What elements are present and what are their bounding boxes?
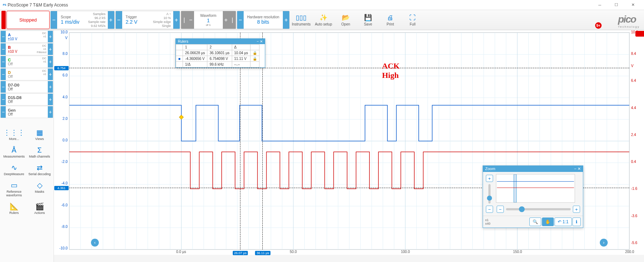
waveform-last-button[interactable]: | xyxy=(229,11,236,29)
save-button[interactable]: 💾 Save xyxy=(357,11,379,29)
close-button[interactable]: ✕ xyxy=(625,0,641,10)
channel-minus-button[interactable]: − xyxy=(1,81,6,93)
zoom-y-slider-thumb[interactable] xyxy=(487,196,492,201)
x-axis: 0.0 µs50.0100.0150.0200.0 xyxy=(69,250,630,255)
channel-plus-button[interactable]: + xyxy=(48,94,53,105)
svg-rect-63 xyxy=(514,174,517,202)
zoom-out-y-button[interactable]: − xyxy=(486,206,493,213)
ruler-time-lock-icon[interactable]: 🔒 xyxy=(250,50,259,56)
zoom-magnify-button[interactable]: 🔍 xyxy=(529,217,541,226)
maximize-button[interactable]: ☐ xyxy=(608,0,625,10)
channel-minus-button[interactable]: − xyxy=(1,56,6,67)
waveform-next-button[interactable]: + xyxy=(223,11,229,29)
left-sidebar: −A±10 VDCx1+−B±10 VDCx1Filtered+−COffDCx… xyxy=(0,30,54,262)
plot-area[interactable]: 6.754 4.361 26.07 µs 36.11 µs Rulers − ✕ xyxy=(69,32,630,250)
autosetup-button[interactable]: ✨ Auto setup xyxy=(313,11,334,29)
sidetool-more-[interactable]: ⋮⋮⋮More... xyxy=(1,126,27,143)
channel-list: −A±10 VDCx1+−B±10 VDCx1Filtered+−COffDCx… xyxy=(0,30,54,118)
zoom-in-y-button[interactable]: + xyxy=(486,175,493,182)
zoom-header[interactable]: Zoom − ✕ xyxy=(483,166,583,172)
waveform-first-button[interactable]: | xyxy=(181,11,188,29)
rulers-window[interactable]: Rulers − ✕ 1 2 Δ 26.06628 µs 36.10601 xyxy=(175,38,265,68)
waveform-control: | − Waveform 1 of 1 + | xyxy=(181,11,236,29)
zoom-reset-button[interactable]: ↶ 1:1 xyxy=(555,217,572,226)
sidetool-masks[interactable]: ◇Masks xyxy=(27,178,52,199)
run-stop-button[interactable]: Stopped xyxy=(6,11,50,29)
print-button[interactable]: 🖨 Print xyxy=(380,11,401,29)
channel-row-c[interactable]: −COffDCx1+ xyxy=(0,56,53,68)
channel-plus-button[interactable]: + xyxy=(48,106,53,118)
sidetool-serial-decoding[interactable]: ⇄Serial decoding xyxy=(27,161,52,178)
channel-row-d15-d8[interactable]: −D15-D8Off+ xyxy=(0,93,53,106)
channel-row-d7-d0[interactable]: −D7-D0Off+ xyxy=(0,81,53,93)
sidebar-tools: ⋮⋮⋮More...▦ViewsÅMeasurementsΣMath chann… xyxy=(0,123,54,220)
sidetool-views[interactable]: ▦Views xyxy=(27,126,52,143)
channel-minus-button[interactable]: − xyxy=(1,31,6,42)
sidetool-actions[interactable]: 🎬Actions xyxy=(27,200,52,217)
minimize-button[interactable]: ─ xyxy=(592,0,608,10)
channel-plus-button[interactable]: + xyxy=(48,69,53,80)
rulers-header-buttons: − ✕ xyxy=(257,39,263,43)
hwres-display[interactable]: Hardware resolution 8 bits xyxy=(244,11,283,29)
fullscreen-button[interactable]: ⛶ Full xyxy=(402,11,423,29)
scope-plus-button[interactable]: + xyxy=(108,11,114,29)
channel-minus-button[interactable]: − xyxy=(1,94,6,105)
sidetool-deepmeasure[interactable]: ∿DeepMeasure xyxy=(1,161,27,178)
hwres-plus-button[interactable]: + xyxy=(283,11,289,29)
channel-row-d[interactable]: −DOffDCx1+ xyxy=(0,68,53,80)
rulers-table: 1 2 Δ 26.06628 µs 36.10601 µs 10.04 µs 🔒… xyxy=(176,44,259,67)
trigger-plus-button[interactable]: + xyxy=(173,11,180,29)
scope-display[interactable]: Scope 1 ms/div xyxy=(57,11,86,29)
channel-body[interactable]: A±10 VDCx1 xyxy=(6,31,48,42)
notification-badge[interactable]: 9+ xyxy=(595,22,602,29)
zoom-minimize-icon[interactable]: − xyxy=(574,167,576,171)
channel-body[interactable]: D15-D8Off xyxy=(6,94,48,105)
channel-plus-button[interactable]: + xyxy=(48,56,53,67)
folder-open-icon: 📂 xyxy=(342,14,350,22)
channel-body[interactable]: B±10 VDCx1Filtered xyxy=(6,43,48,55)
scope-minus-button[interactable]: − xyxy=(51,11,57,29)
zoom-close-icon[interactable]: ✕ xyxy=(578,167,581,171)
trigger-display[interactable]: Trigger 2.2 V xyxy=(122,11,151,29)
horizontal-cursor-1[interactable]: 6.754 xyxy=(69,68,629,68)
zoom-minimap[interactable] xyxy=(496,174,575,203)
channel-plus-button[interactable]: + xyxy=(48,81,53,93)
trigger-minus-button[interactable]: − xyxy=(116,11,122,29)
zoom-x-slider-thumb[interactable] xyxy=(519,206,525,212)
zoom-info-button[interactable]: ℹ xyxy=(572,217,581,226)
channel-plus-button[interactable]: + xyxy=(48,31,53,42)
channel-body[interactable]: DOffDCx1 xyxy=(6,69,48,80)
sidetool-math-channels[interactable]: ΣMath channels xyxy=(27,143,52,160)
rulers-minimize-icon[interactable]: − xyxy=(257,39,259,43)
right-edge-indicator xyxy=(635,31,644,37)
sidetool-reference-waveforms[interactable]: ▭Reference waveforms xyxy=(1,178,27,199)
zoom-pan-button[interactable]: ✋ xyxy=(542,217,554,226)
zoom-out-x-button[interactable]: − xyxy=(497,206,504,213)
nav-right-button[interactable]: › xyxy=(600,239,608,247)
waveform-display[interactable]: Waveform 1 of 1 xyxy=(194,11,223,29)
instruments-button[interactable]: ▯▯▯ Instruments xyxy=(290,11,312,29)
sample-info: Samples 96.2 kS Sample rate 9.62 MS/s xyxy=(86,11,108,29)
channel-row-b[interactable]: −B±10 VDCx1Filtered+ xyxy=(0,43,53,55)
zoom-in-x-button[interactable]: + xyxy=(573,206,580,213)
waveform-prev-button[interactable]: − xyxy=(188,11,194,29)
channel-body[interactable]: GenOff xyxy=(6,106,48,118)
open-button[interactable]: 📂 Open xyxy=(335,11,356,29)
sidetool-measurements[interactable]: ÅMeasurements xyxy=(1,143,27,160)
sidetool-rulers[interactable]: 📐Rulers xyxy=(1,200,27,217)
rulers-header[interactable]: Rulers − ✕ xyxy=(176,39,265,44)
channel-body[interactable]: COffDCx1 xyxy=(6,56,48,67)
channel-minus-button[interactable]: − xyxy=(1,43,6,55)
channel-row-gen[interactable]: −GenOff+ xyxy=(0,106,53,118)
channel-row-a[interactable]: −A±10 VDCx1+ xyxy=(0,31,53,43)
channel-minus-button[interactable]: − xyxy=(1,69,6,80)
rulers-close-icon[interactable]: ✕ xyxy=(260,39,263,43)
channel-minus-button[interactable]: − xyxy=(1,106,6,118)
nav-left-button[interactable]: ‹ xyxy=(91,239,99,247)
hwres-minus-button[interactable]: − xyxy=(237,11,244,29)
channel-plus-button[interactable]: + xyxy=(48,43,53,55)
channel-body[interactable]: D7-D0Off xyxy=(6,81,48,93)
zoom-window[interactable]: Zoom − ✕ + − xyxy=(483,165,583,228)
zoom-x-slider[interactable] xyxy=(506,208,571,210)
ruler-volt-lock-icon[interactable]: 🔒 xyxy=(250,56,259,62)
